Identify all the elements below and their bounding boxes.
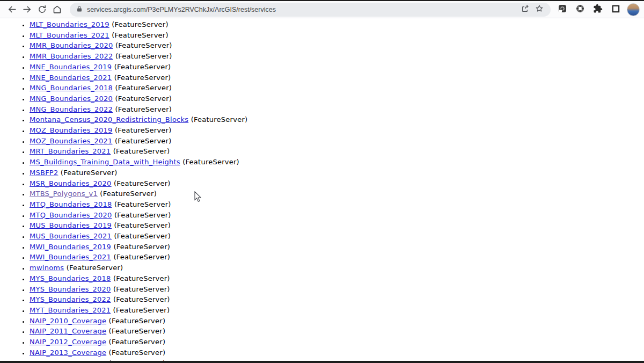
service-link[interactable]: MWI_Boundaries_2021 (30, 253, 111, 261)
service-list-item: MLT_Boundaries_2019 (FeatureServer) (30, 19, 644, 30)
service-list-item: MS_Buildings_Training_Data_with_Heights … (30, 157, 644, 168)
service-list-item: NAIP_2011_Coverage (FeatureServer) (30, 326, 644, 337)
service-link[interactable]: NAIP_2012_Coverage (30, 338, 106, 346)
service-list-item: MMR_Boundaries_2022 (FeatureServer) (30, 51, 644, 62)
service-link[interactable]: MYT_Boundaries_2021 (30, 306, 111, 314)
service-type-label: (FeatureServer) (109, 31, 169, 39)
toolbar-right (556, 3, 641, 16)
service-link[interactable]: MLT_Boundaries_2019 (30, 20, 109, 28)
service-link[interactable]: MLT_Boundaries_2021 (30, 31, 109, 39)
url-text: services.arcgis.com/P3ePLMYs2RVChkJx/Arc… (87, 6, 518, 13)
browser-toolbar: services.arcgis.com/P3ePLMYs2RVChkJx/Arc… (0, 0, 644, 18)
service-link[interactable]: MSR_Boundaries_2020 (30, 179, 112, 187)
service-link[interactable]: MNE_Boundaries_2021 (30, 74, 112, 82)
service-link[interactable]: MNG_Boundaries_2022 (30, 105, 113, 113)
service-link[interactable]: MRT_Boundaries_2021 (30, 147, 111, 155)
service-list-item: MRT_Boundaries_2021 (FeatureServer) (30, 146, 644, 157)
extension-app-button[interactable] (556, 3, 569, 16)
address-bar[interactable]: services.arcgis.com/P3ePLMYs2RVChkJx/Arc… (70, 3, 551, 17)
service-list-item: MLT_Boundaries_2021 (FeatureServer) (30, 30, 644, 41)
service-type-label: (FeatureServer) (113, 137, 172, 145)
service-type-label: (FeatureServer) (111, 253, 170, 261)
service-list-item: MYS_Boundaries_2022 (FeatureServer) (30, 294, 644, 305)
service-type-label: (FeatureServer) (180, 158, 239, 166)
profile-button[interactable] (627, 3, 640, 16)
service-list-item: MNG_Boundaries_2020 (FeatureServer) (30, 93, 644, 104)
service-list-item: MMR_Boundaries_2020 (FeatureServer) (30, 40, 644, 51)
service-list-item: MYS_Boundaries_2018 (FeatureServer) (30, 273, 644, 284)
bookmark-button[interactable] (532, 3, 546, 17)
service-type-label: (FeatureServer) (106, 317, 165, 325)
service-link[interactable]: MYS_Boundaries_2020 (30, 285, 111, 293)
forward-button[interactable] (19, 2, 34, 17)
service-link[interactable]: MYS_Boundaries_2018 (30, 274, 111, 282)
service-type-label: (FeatureServer) (113, 105, 172, 113)
service-list-item: mwlnoms (FeatureServer) (30, 263, 644, 273)
service-link[interactable]: MNE_Boundaries_2019 (30, 63, 112, 71)
service-link[interactable]: MTQ_Boundaries_2020 (30, 211, 112, 219)
service-type-label: (FeatureServer) (111, 274, 170, 282)
service-link[interactable]: MMR_Boundaries_2020 (30, 41, 113, 49)
service-type-label: (FeatureServer) (113, 126, 172, 134)
service-link[interactable]: MUS_Boundaries_2019 (30, 221, 112, 229)
service-type-label: (FeatureServer) (64, 264, 123, 272)
service-link[interactable]: Montana_Census_2020_Redistricting_Blocks (30, 115, 188, 124)
service-list-item: MOZ_Boundaries_2019 (FeatureServer) (30, 125, 644, 136)
service-list-item: MSR_Boundaries_2020 (FeatureServer) (30, 178, 644, 189)
share-button[interactable] (518, 3, 532, 17)
extension-app-icon (558, 4, 567, 15)
extensions-button[interactable] (591, 3, 604, 16)
back-icon (8, 5, 17, 14)
service-type-label: (FeatureServer) (112, 232, 171, 240)
service-link[interactable]: MMR_Boundaries_2022 (30, 52, 113, 60)
service-link[interactable]: MS_Buildings_Training_Data_with_Heights (30, 158, 180, 166)
service-type-label: (FeatureServer) (113, 84, 172, 92)
reload-button[interactable] (34, 2, 49, 17)
back-button[interactable] (4, 2, 19, 17)
service-link[interactable]: MNG_Boundaries_2020 (30, 95, 113, 103)
service-type-label: (FeatureServer) (112, 74, 171, 82)
service-list-item: MNG_Boundaries_2022 (FeatureServer) (30, 104, 644, 115)
service-link[interactable]: MWI_Boundaries_2019 (30, 243, 111, 251)
service-list-item: NAIP_2012_Coverage (FeatureServer) (30, 337, 644, 347)
forward-icon (23, 5, 32, 14)
service-list-item: MSBFP2 (FeatureServer) (30, 168, 644, 178)
service-list-item: MYS_Boundaries_2020 (FeatureServer) (30, 284, 644, 295)
extensions-puzzle-icon (593, 4, 603, 15)
side-panel-icon (611, 4, 620, 15)
home-button[interactable] (49, 2, 64, 17)
profile-avatar (627, 3, 640, 16)
service-type-label: (FeatureServer) (111, 306, 170, 314)
service-link[interactable]: MUS_Boundaries_2021 (30, 232, 112, 240)
service-type-label: (FeatureServer) (111, 295, 170, 303)
window-bottom-edge (0, 361, 644, 363)
service-list-item: MTBS_Polygons_v1 (FeatureServer) (30, 188, 644, 199)
service-type-label: (FeatureServer) (109, 20, 169, 28)
service-list-item: MWI_Boundaries_2019 (FeatureServer) (30, 242, 644, 252)
service-link[interactable]: MNG_Boundaries_2018 (30, 84, 113, 92)
service-link[interactable]: mwlnoms (30, 264, 64, 272)
service-link[interactable]: MOZ_Boundaries_2019 (30, 126, 113, 134)
service-list-item: Montana_Census_2020_Redistricting_Blocks… (30, 114, 644, 125)
side-panel-button[interactable] (609, 3, 622, 16)
service-link[interactable]: MYS_Boundaries_2022 (30, 295, 111, 303)
service-link[interactable]: MTQ_Boundaries_2018 (30, 200, 112, 208)
service-link[interactable]: NAIP_2011_Coverage (30, 327, 106, 335)
extension-shutter-icon (575, 4, 585, 15)
service-type-label: (FeatureServer) (111, 147, 170, 155)
service-list-item: NAIP_2013_Coverage (FeatureServer) (30, 347, 644, 358)
service-link[interactable]: MSBFP2 (30, 169, 58, 177)
service-type-label: (FeatureServer) (112, 63, 171, 71)
service-list-item: MTQ_Boundaries_2020 (FeatureServer) (30, 210, 644, 221)
service-link[interactable]: MTBS_Polygons_v1 (30, 190, 98, 198)
service-link[interactable]: NAIP_2013_Coverage (30, 349, 106, 357)
service-type-label: (FeatureServer) (58, 169, 117, 177)
service-link[interactable]: MOZ_Boundaries_2021 (30, 137, 113, 145)
lock-icon (76, 4, 83, 14)
service-list-item: MOZ_Boundaries_2021 (FeatureServer) (30, 136, 644, 147)
service-type-label: (FeatureServer) (106, 349, 165, 357)
extension-shutter-button[interactable] (574, 3, 587, 16)
service-list-item: NAIP_2010_Coverage (FeatureServer) (30, 316, 644, 326)
service-link[interactable]: NAIP_2010_Coverage (30, 317, 106, 325)
bookmark-star-icon (535, 4, 544, 14)
